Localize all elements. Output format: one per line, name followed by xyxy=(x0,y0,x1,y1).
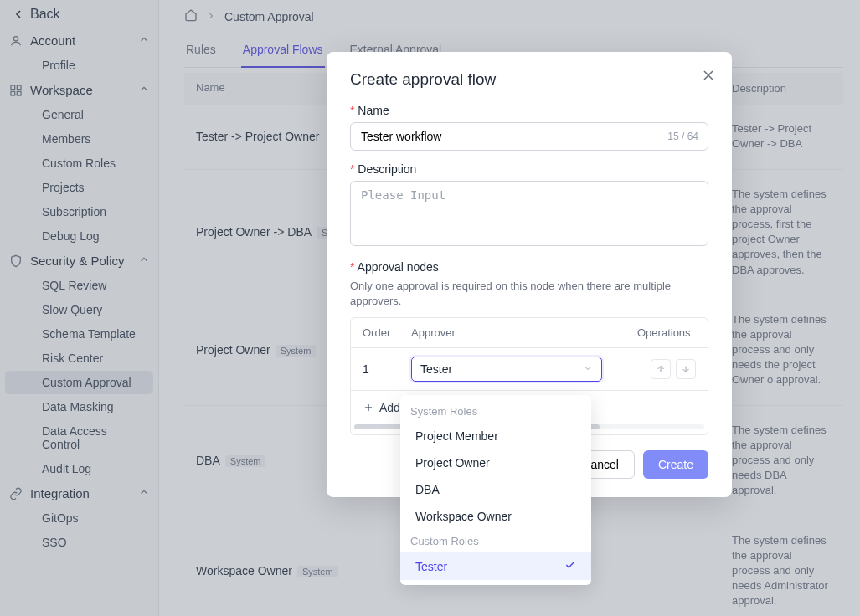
approver-select[interactable]: Tester xyxy=(411,357,602,382)
dropdown-item-dba[interactable]: DBA xyxy=(400,476,591,503)
arrow-down-icon xyxy=(681,364,691,374)
approval-nodes-hint: Only one approval is required on this no… xyxy=(350,279,708,309)
name-input[interactable] xyxy=(350,122,708,151)
move-up-button[interactable] xyxy=(651,359,671,379)
create-button[interactable]: Create xyxy=(643,450,708,479)
approval-nodes-label: Approval nodes xyxy=(350,260,708,274)
modal-title: Create approval flow xyxy=(350,70,708,89)
move-down-button[interactable] xyxy=(676,359,696,379)
node-order: 1 xyxy=(363,362,411,376)
dropdown-item-project-owner[interactable]: Project Owner xyxy=(400,449,591,476)
node-row: 1 Tester xyxy=(351,348,708,391)
chevron-down-icon xyxy=(583,362,593,376)
close-icon xyxy=(700,67,717,84)
plus-icon xyxy=(363,402,374,413)
th-operations: Operations xyxy=(637,326,696,339)
dropdown-item-tester[interactable]: Tester xyxy=(400,552,591,580)
name-label: Name xyxy=(350,104,708,117)
dropdown-group-custom: Custom Roles xyxy=(400,530,591,552)
description-input[interactable] xyxy=(350,181,708,246)
approver-dropdown: System Roles Project Member Project Owne… xyxy=(400,395,591,585)
dropdown-item-project-member[interactable]: Project Member xyxy=(400,423,591,449)
th-approver: Approver xyxy=(411,326,637,339)
close-button[interactable] xyxy=(700,67,717,86)
check-icon xyxy=(564,559,576,573)
description-label: Description xyxy=(350,162,708,176)
dropdown-group-system: System Roles xyxy=(400,400,591,423)
th-order: Order xyxy=(363,326,411,339)
arrow-up-icon xyxy=(656,364,666,374)
dropdown-item-workspace-owner[interactable]: Workspace Owner xyxy=(400,503,591,530)
char-count: 15 / 64 xyxy=(667,131,698,142)
approver-value: Tester xyxy=(420,362,452,376)
